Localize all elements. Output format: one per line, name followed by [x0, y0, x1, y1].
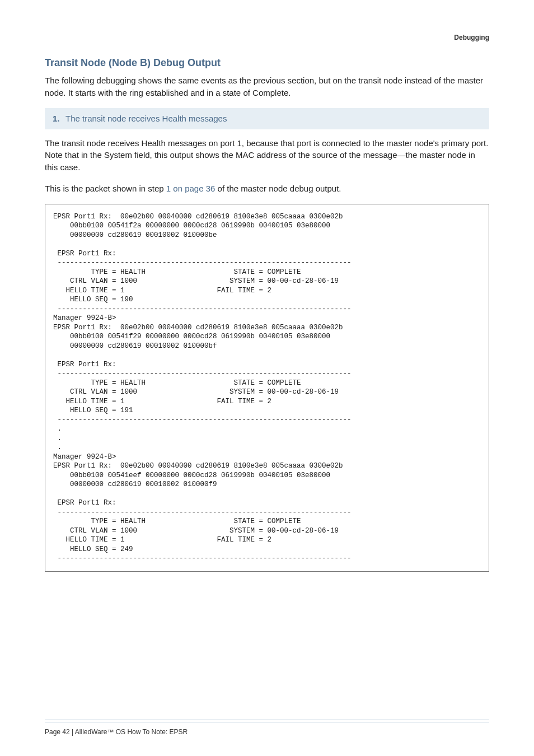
- step-title: The transit node receives Health message…: [65, 114, 227, 123]
- footer-text: Page 42 | AlliedWare™ OS How To Note: EP…: [45, 728, 489, 736]
- debug-output-box: EPSR Port1 Rx: 00e02b00 00040000 cd28061…: [45, 204, 489, 572]
- running-header: Debugging: [45, 34, 489, 41]
- intro-paragraph: The following debugging shows the same e…: [45, 74, 489, 99]
- page-reference-link[interactable]: 1 on page 36: [166, 184, 216, 193]
- page-footer: Page 42 | AlliedWare™ OS How To Note: EP…: [0, 720, 534, 736]
- footer-rule: [45, 720, 489, 722]
- section-heading: Transit Node (Node B) Debug Output: [45, 57, 489, 69]
- step-number: 1.: [53, 114, 60, 123]
- packet-ref-prefix: This is the packet shown in step: [45, 184, 166, 193]
- packet-ref-suffix: of the master node debug output.: [215, 184, 341, 193]
- packet-reference: This is the packet shown in step 1 on pa…: [45, 183, 489, 195]
- step-description: The transit node receives Health message…: [45, 137, 489, 174]
- step-box: 1. The transit node receives Health mess…: [45, 108, 489, 129]
